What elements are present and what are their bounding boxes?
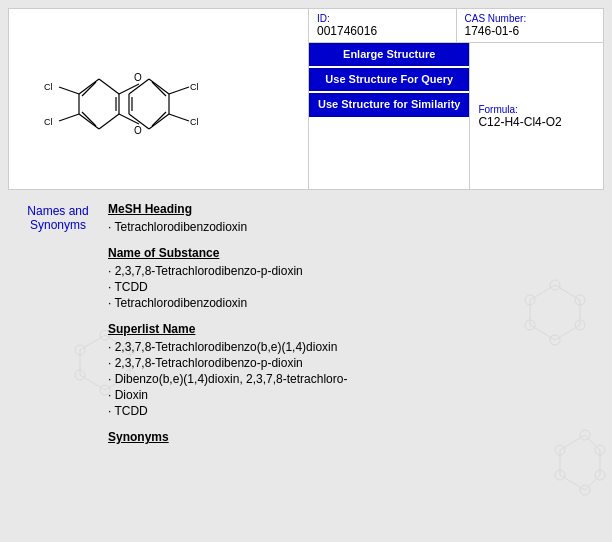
use-structure-query-button[interactable]: Use Structure For Query — [309, 68, 469, 91]
list-item: 2,3,7,8-Tetrachlorodibenzo-p-dioxin — [108, 264, 604, 278]
formula-value: C12-H4-Cl4-O2 — [478, 115, 561, 129]
synonyms-section: Synonyms — [108, 430, 604, 444]
mesh-heading-title: MeSH Heading — [108, 202, 604, 216]
svg-line-87 — [152, 82, 166, 96]
svg-line-75 — [82, 112, 96, 126]
mesh-heading-section: MeSH Heading Tetrachlorodibenzodioxin — [108, 202, 604, 234]
svg-text:O: O — [134, 72, 142, 83]
svg-line-68 — [79, 79, 99, 94]
id-label: ID: — [317, 13, 448, 24]
buttons-formula-row: Enlarge Structure Use Structure For Quer… — [309, 43, 603, 189]
list-item: TCDD — [108, 280, 604, 294]
svg-text:Cl: Cl — [44, 82, 53, 92]
id-cas-row: ID: 001746016 CAS Number: 1746-01-6 — [309, 9, 603, 43]
svg-line-92 — [59, 114, 79, 121]
svg-line-96 — [169, 114, 189, 121]
list-item: TCDD — [108, 404, 604, 418]
svg-line-66 — [560, 475, 585, 490]
svg-line-83 — [149, 114, 169, 129]
list-item: Dibenzo(b,e)(1,4)dioxin, 2,3,7,8-tetrach… — [108, 372, 604, 386]
svg-point-59 — [595, 470, 605, 480]
names-synonyms-label: Names and Synonyms — [8, 202, 108, 456]
svg-text:O: O — [134, 125, 142, 136]
svg-line-65 — [585, 475, 600, 490]
svg-point-61 — [555, 470, 565, 480]
svg-text:Cl: Cl — [190, 117, 199, 127]
enlarge-structure-button[interactable]: Enlarge Structure — [309, 43, 469, 66]
names-content: MeSH Heading Tetrachlorodibenzodioxin Na… — [108, 202, 604, 456]
id-box: ID: 001746016 — [309, 9, 457, 42]
superlist-name-title: Superlist Name — [108, 322, 604, 336]
svg-line-90 — [59, 87, 79, 94]
info-area: ID: 001746016 CAS Number: 1746-01-6 Enla… — [309, 9, 603, 189]
cas-box: CAS Number: 1746-01-6 — [457, 9, 604, 42]
cas-label: CAS Number: — [465, 13, 596, 24]
svg-text:Cl: Cl — [44, 117, 53, 127]
svg-line-70 — [79, 114, 99, 129]
svg-line-74 — [82, 82, 96, 96]
use-structure-similarity-button[interactable]: Use Structure for Similarity — [309, 93, 469, 116]
name-of-substance-title: Name of Substance — [108, 246, 604, 260]
svg-text:Cl: Cl — [190, 82, 199, 92]
compound-card: O O Cl Cl — [8, 8, 604, 190]
svg-line-81 — [149, 79, 169, 94]
formula-label: Formula: — [478, 104, 561, 115]
svg-point-60 — [580, 485, 590, 495]
list-item: Tetrachlorodibenzodioxin — [108, 296, 604, 310]
names-section: Names and Synonyms MeSH Heading Tetrachl… — [8, 202, 604, 456]
formula-box: Formula: C12-H4-Cl4-O2 — [470, 43, 569, 189]
list-item: Tetrachlorodibenzodioxin — [108, 220, 604, 234]
cas-value: 1746-01-6 — [465, 24, 596, 38]
svg-line-94 — [169, 87, 189, 94]
superlist-name-section: Superlist Name 2,3,7,8-Tetrachlorodibenz… — [108, 322, 604, 418]
svg-line-73 — [99, 79, 119, 94]
list-item: 2,3,7,8-Tetrachlorodibenzo-p-dioxin — [108, 356, 604, 370]
list-item: Dioxin — [108, 388, 604, 402]
svg-line-88 — [152, 112, 166, 126]
name-of-substance-section: Name of Substance 2,3,7,8-Tetrachlorodib… — [108, 246, 604, 310]
synonyms-title: Synonyms — [108, 430, 604, 444]
list-item: 2,3,7,8-Tetrachlorodibenzo(b,e)(1,4)diox… — [108, 340, 604, 354]
id-value: 001746016 — [317, 24, 448, 38]
buttons-column: Enlarge Structure Use Structure For Quer… — [309, 43, 470, 189]
svg-line-71 — [99, 114, 119, 129]
structure-area: O O Cl Cl — [9, 9, 309, 189]
